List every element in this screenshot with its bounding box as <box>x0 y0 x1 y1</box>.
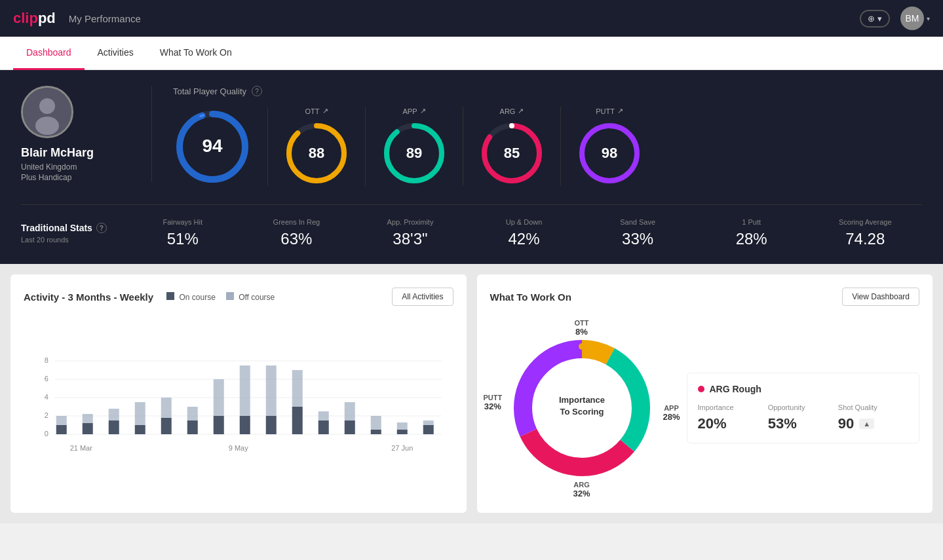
tab-dashboard[interactable]: Dashboard <box>13 37 85 70</box>
app-label: APP 28% <box>663 404 680 422</box>
svg-text:98: 98 <box>602 145 617 161</box>
stat-greens-in-reg: Greens In Reg 63% <box>240 218 354 248</box>
player-country: United Kingdom <box>21 162 77 172</box>
svg-text:21 Mar: 21 Mar <box>70 444 93 452</box>
view-dashboard-button[interactable]: View Dashboard <box>842 288 919 306</box>
arg-rough-card: ARG Rough Importance 20% Opportunity 53%… <box>687 373 920 443</box>
add-button[interactable]: ⊕ ▾ <box>860 10 890 28</box>
svg-rect-35 <box>109 409 119 420</box>
svg-text:85: 85 <box>504 145 520 161</box>
svg-text:To Scoring: To Scoring <box>560 407 604 417</box>
arg-label: ARG 32% <box>573 481 590 498</box>
svg-rect-50 <box>318 420 329 434</box>
user-avatar-button[interactable]: BM ▾ <box>900 7 930 30</box>
gauge-app-label: APP ↗ <box>402 107 425 115</box>
app-trend: ↗ <box>420 107 426 115</box>
svg-text:9 May: 9 May <box>229 444 248 452</box>
logo-clip: clip <box>13 10 38 26</box>
donut-svg: Importance To Scoring <box>490 316 674 500</box>
svg-rect-37 <box>135 402 145 425</box>
stats-banner: Blair McHarg United Kingdom Plus Handica… <box>0 70 943 264</box>
off-course-dot <box>226 292 234 300</box>
activity-panel-header: Activity - 3 Months - Weekly On course O… <box>24 288 453 306</box>
gauge-ott: OTT ↗ 88 <box>268 107 366 186</box>
stat-app-prox-value: 38'3" <box>393 230 427 248</box>
svg-rect-43 <box>214 379 224 416</box>
svg-rect-36 <box>135 425 145 434</box>
quality-header: Total Player Quality ? <box>173 86 922 96</box>
svg-rect-30 <box>56 425 67 434</box>
svg-rect-46 <box>266 416 277 434</box>
avatar-initials: BM <box>906 13 919 24</box>
opportunity-metric: Opportunity 53% <box>768 403 838 432</box>
quality-section: Total Player Quality ? 94 OTT <box>152 86 922 186</box>
importance-metric: Importance 20% <box>698 403 768 432</box>
arg-gauge-svg: 85 <box>479 121 545 186</box>
opportunity-value: 53% <box>768 415 838 432</box>
svg-rect-33 <box>83 414 93 423</box>
svg-rect-48 <box>292 407 303 434</box>
player-name: Blair McHarg <box>21 146 94 160</box>
svg-text:8: 8 <box>45 356 48 364</box>
tab-what-to-work-on[interactable]: What To Work On <box>147 37 245 70</box>
stat-app-prox-label: App. Proximity <box>387 218 433 226</box>
stat-sand-save: Sand Save 33% <box>581 218 695 248</box>
importance-value: 20% <box>698 415 768 432</box>
arg-rough-dot <box>698 386 704 392</box>
bottom-panels: Activity - 3 Months - Weekly On course O… <box>0 264 943 523</box>
quality-info-icon[interactable]: ? <box>252 86 262 96</box>
legend-on-course: On course <box>166 292 216 302</box>
svg-rect-39 <box>161 398 172 418</box>
ott-trend: ↗ <box>322 107 328 115</box>
svg-rect-53 <box>345 402 355 420</box>
add-caret: ▾ <box>877 14 882 24</box>
work-on-content: Importance To Scoring OTT 8% <box>490 316 920 500</box>
header-left: clippd My Performance <box>13 10 141 27</box>
shot-quality-label: Shot Quality <box>838 403 908 411</box>
activity-chart-area: 0 2 4 6 8 <box>24 316 453 460</box>
gauge-putt-label: PUTT ↗ <box>596 107 623 115</box>
svg-point-72 <box>592 465 598 472</box>
stat-sand-save-value: 33% <box>622 230 653 248</box>
gauge-putt: PUTT ↗ 98 <box>561 107 658 186</box>
on-course-dot <box>166 292 174 300</box>
ott-label: OTT 8% <box>575 319 589 337</box>
svg-point-1 <box>39 98 55 114</box>
stat-fairways-hit-value: 51% <box>167 230 199 248</box>
app-gauge-svg: 89 <box>381 121 447 186</box>
plus-icon: ⊕ <box>868 14 875 24</box>
total-gauge-svg: 94 <box>173 107 252 186</box>
player-avatar <box>21 86 73 138</box>
putt-gauge-svg: 98 <box>577 121 642 186</box>
svg-text:2: 2 <box>45 411 48 419</box>
svg-rect-40 <box>187 420 198 434</box>
shot-quality-badge: ▲ <box>859 419 874 429</box>
all-activities-button[interactable]: All Activities <box>392 288 453 306</box>
traditional-stats: Traditional Stats ? Last 20 rounds Fairw… <box>21 204 922 248</box>
trad-stats-info-icon[interactable]: ? <box>96 223 107 233</box>
svg-text:88: 88 <box>309 145 324 161</box>
svg-rect-47 <box>266 365 277 416</box>
logo[interactable]: clippd <box>13 10 56 27</box>
trad-stats-label: Traditional Stats ? Last 20 rounds <box>21 223 126 244</box>
svg-rect-57 <box>397 422 408 430</box>
svg-text:6: 6 <box>45 375 48 383</box>
tab-activities[interactable]: Activities <box>85 37 147 70</box>
work-on-panel-title: What To Work On <box>490 291 571 303</box>
legend-off-course: Off course <box>226 292 275 302</box>
stat-up-down: Up & Down 42% <box>467 218 581 248</box>
stat-1-putt-value: 28% <box>736 230 767 248</box>
putt-trend: ↗ <box>617 107 623 115</box>
tabs-nav: Dashboard Activities What To Work On <box>0 37 943 70</box>
svg-rect-31 <box>56 416 67 425</box>
stat-fairways-hit: Fairways Hit 51% <box>126 218 240 248</box>
stat-sand-save-label: Sand Save <box>620 218 655 226</box>
stat-up-down-label: Up & Down <box>506 218 543 226</box>
svg-point-71 <box>638 413 644 419</box>
player-handicap: Plus Handicap <box>21 173 71 182</box>
stat-1-putt: 1 Putt 28% <box>695 218 809 248</box>
stat-greens-label: Greens In Reg <box>273 218 320 226</box>
stat-up-down-value: 42% <box>509 230 540 248</box>
stats-top-row: Blair McHarg United Kingdom Plus Handica… <box>21 86 922 186</box>
header-right: ⊕ ▾ BM ▾ <box>860 7 930 30</box>
